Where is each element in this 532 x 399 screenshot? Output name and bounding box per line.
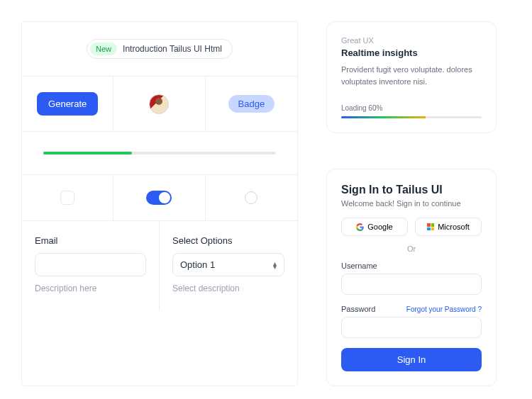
insights-title: Realtime insights [341,47,482,58]
generate-button[interactable]: Generate [37,92,98,116]
google-label: Google [367,223,392,231]
microsoft-label: Microsoft [438,223,470,231]
signin-card: Sign In to Tailus UI Welcome back! Sign … [326,169,497,386]
new-badge: New [90,43,117,55]
password-label: Password [341,305,375,313]
components-showcase-panel: New Introduction Tailus UI Html Generate… [21,21,298,386]
signin-title: Sign In to Tailus UI [341,184,482,196]
google-icon [356,223,364,231]
announcement-text: Introduction Tailus UI Html [123,44,222,54]
toggle-switch[interactable] [146,191,172,205]
or-separator: Or [341,245,482,253]
microsoft-signin-button[interactable]: Microsoft [415,218,482,236]
chevron-updown-icon: ▴▾ [273,262,277,269]
radio-button[interactable] [245,191,257,204]
email-field-group: Email Description here [22,221,160,310]
select-field-group: Select Options Option 1 ▴▾ Select descri… [160,221,297,310]
loading-bar [341,116,482,118]
google-signin-button[interactable]: Google [341,218,408,236]
progress-bar [22,132,297,175]
microsoft-icon [427,223,434,230]
insights-eyebrow: Great UX [341,36,482,45]
signin-button[interactable]: Sign In [341,348,482,371]
forgot-password-link[interactable]: Forgot your Password ? [406,305,482,313]
email-input[interactable] [35,253,146,276]
select-label: Select Options [172,235,284,246]
select-description: Select description [172,283,284,293]
announcement-bar: New Introduction Tailus UI Html [22,22,297,77]
select-value: Option 1 [180,259,215,270]
insights-body: Provident fugit vero voluptate. dolores … [341,64,482,87]
email-description: Description here [35,283,146,293]
checkbox[interactable] [60,191,74,205]
signin-subtitle: Welcome back! Sign in to continue [341,199,482,208]
avatar[interactable] [149,94,169,114]
select-input[interactable]: Option 1 ▴▾ [172,253,284,276]
loading-label: Loading 60% [341,104,482,112]
insights-card: Great UX Realtime insights Provident fug… [326,21,497,133]
username-label: Username [341,262,482,270]
announcement-pill[interactable]: New Introduction Tailus UI Html [87,39,233,59]
password-input[interactable] [341,317,482,338]
email-label: Email [35,235,146,246]
username-input[interactable] [341,274,482,295]
badge: Badge [228,95,275,113]
